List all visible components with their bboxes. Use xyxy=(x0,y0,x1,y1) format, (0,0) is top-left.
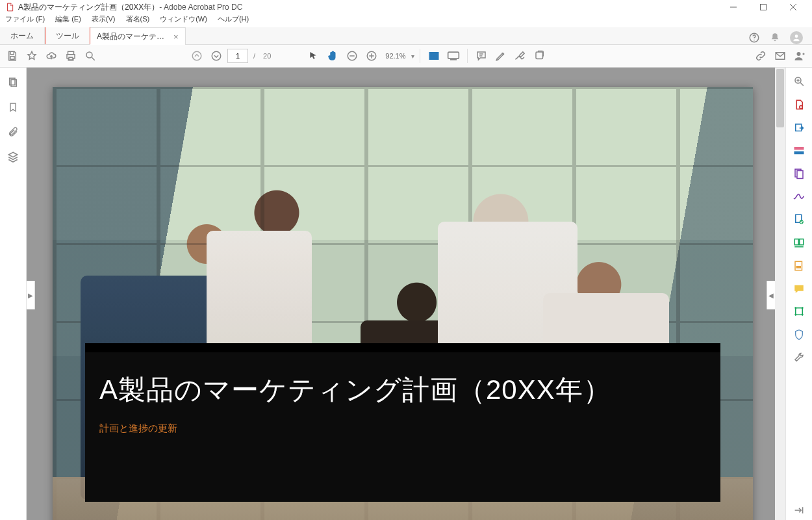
tool-request-signatures-icon[interactable] xyxy=(793,213,805,225)
stamp-icon[interactable] xyxy=(531,47,548,64)
tab-bar: ホーム ツール A製品のマーケティング... × xyxy=(0,27,812,45)
right-tools-panel xyxy=(785,68,812,520)
account-avatar-icon[interactable] xyxy=(790,31,803,44)
signature-pen-icon[interactable] xyxy=(512,47,529,64)
email-icon[interactable] xyxy=(772,47,789,64)
menu-help[interactable]: ヘルプ(H) xyxy=(214,14,253,26)
pdf-page: A製品のマーケティング計画（20XX年） 計画と進捗の更新 xyxy=(53,87,753,520)
tab-home[interactable]: ホーム xyxy=(0,27,45,44)
collapse-right-panel-icon[interactable] xyxy=(794,506,804,515)
menu-sign[interactable]: 署名(S) xyxy=(122,14,154,26)
slide-title: A製品のマーケティング計画（20XX年） xyxy=(99,372,706,408)
tool-redact-icon[interactable] xyxy=(793,260,805,272)
read-mode-icon[interactable] xyxy=(445,47,462,64)
highlight-pen-icon[interactable] xyxy=(492,47,509,64)
svg-line-30 xyxy=(800,83,804,86)
help-icon[interactable] xyxy=(748,32,760,44)
thumbnails-icon[interactable] xyxy=(7,77,19,88)
main-toolbar: / 20 92.1% ▾ xyxy=(0,45,812,68)
svg-rect-7 xyxy=(10,57,14,60)
tool-protect-shield-icon[interactable] xyxy=(794,329,804,341)
tool-fill-sign-icon[interactable] xyxy=(793,191,806,202)
comment-icon[interactable] xyxy=(473,47,490,64)
zoom-value-label: 92.1% xyxy=(385,52,405,60)
svg-rect-9 xyxy=(69,57,73,60)
svg-point-13 xyxy=(212,51,221,60)
expand-right-panel-icon[interactable]: ◀ xyxy=(767,281,775,309)
hand-pan-icon[interactable] xyxy=(324,47,341,64)
svg-point-6 xyxy=(795,34,798,38)
save-icon[interactable] xyxy=(4,47,21,64)
tool-sticky-note-icon[interactable] xyxy=(793,283,805,294)
svg-point-10 xyxy=(86,52,92,58)
page-up-icon[interactable] xyxy=(188,47,205,64)
tab-document-close-icon[interactable]: × xyxy=(173,32,179,41)
tab-document-label: A製品のマーケティング... xyxy=(97,31,168,42)
menu-view[interactable]: 表示(V) xyxy=(88,14,120,26)
tab-tools[interactable]: ツール xyxy=(45,27,90,44)
tab-document[interactable]: A製品のマーケティング... × xyxy=(90,27,186,45)
fit-width-icon[interactable] xyxy=(425,47,442,64)
menu-edit[interactable]: 編集 (E) xyxy=(51,14,85,26)
window-maximize-button[interactable] xyxy=(748,0,778,14)
page-total-label: 20 xyxy=(263,52,271,60)
tool-more-tools-icon[interactable] xyxy=(793,352,805,364)
svg-point-12 xyxy=(192,51,201,60)
layers-icon[interactable] xyxy=(7,151,19,162)
svg-rect-1 xyxy=(761,5,767,10)
svg-rect-20 xyxy=(448,52,459,58)
svg-rect-41 xyxy=(794,239,798,245)
notifications-bell-icon[interactable] xyxy=(769,32,781,44)
document-viewer[interactable]: ▶ ◀ A製品のマーケティング計画（20XX年） 計画と進捗の更新 xyxy=(27,68,785,520)
title-bar: A製品のマーケティング計画（20XX年） - Adobe Acrobat Pro… xyxy=(0,0,812,14)
svg-point-26 xyxy=(797,52,801,56)
tool-edit-pdf-icon[interactable] xyxy=(793,146,805,156)
find-search-icon[interactable] xyxy=(82,47,99,64)
link-share-icon[interactable] xyxy=(752,47,769,64)
left-nav-panel xyxy=(0,68,27,520)
tool-compare-files-icon[interactable] xyxy=(793,237,805,248)
window-close-button[interactable] xyxy=(778,0,808,14)
workspace: ▶ ◀ A製品のマーケティング計画（20XX年） 計画と進捗の更新 xyxy=(0,68,812,520)
slide-title-block: A製品のマーケティング計画（20XX年） 計画と進捗の更新 xyxy=(85,347,720,502)
zoom-in-icon[interactable] xyxy=(363,47,380,64)
window-minimize-button[interactable] xyxy=(718,0,748,14)
attachments-clip-icon[interactable] xyxy=(8,126,18,138)
svg-rect-36 xyxy=(794,151,804,155)
selection-arrow-icon[interactable] xyxy=(305,47,322,64)
pdf-file-icon xyxy=(5,3,14,12)
menu-window[interactable]: ウィンドウ(W) xyxy=(156,14,211,26)
svg-point-5 xyxy=(754,40,755,41)
star-favorite-icon[interactable] xyxy=(23,47,40,64)
zoom-dropdown-icon[interactable]: ▾ xyxy=(411,53,414,60)
window-title-doc: A製品のマーケティング計画（20XX年） xyxy=(18,2,159,13)
bookmark-ribbon-icon[interactable] xyxy=(8,101,18,113)
zoom-out-icon[interactable] xyxy=(344,47,361,64)
svg-rect-35 xyxy=(794,147,804,150)
tool-search-icon[interactable] xyxy=(793,75,805,87)
svg-rect-24 xyxy=(536,52,543,59)
window-title-app: - Adobe Acrobat Pro DC xyxy=(159,3,242,12)
tool-print-production-icon[interactable] xyxy=(793,306,805,317)
add-reviewer-icon[interactable] xyxy=(791,47,808,64)
svg-rect-38 xyxy=(797,171,803,179)
scrollbar-thumb[interactable] xyxy=(776,69,784,127)
page-number-input[interactable] xyxy=(227,49,248,63)
svg-rect-45 xyxy=(796,308,803,315)
expand-left-panel-icon[interactable]: ▶ xyxy=(27,281,35,309)
menu-bar: ファイル (F) 編集 (E) 表示(V) 署名(S) ウィンドウ(W) ヘルプ… xyxy=(0,14,812,27)
page-sep-label: / xyxy=(253,52,255,60)
tool-export-pdf-icon[interactable] xyxy=(793,122,805,134)
tool-organize-pages-icon[interactable] xyxy=(793,168,805,179)
menu-file[interactable]: ファイル (F) xyxy=(1,14,49,26)
print-icon[interactable] xyxy=(62,47,79,64)
tool-create-pdf-icon[interactable] xyxy=(793,99,805,110)
vertical-scrollbar[interactable] xyxy=(775,68,785,520)
page-down-icon[interactable] xyxy=(208,47,225,64)
svg-rect-44 xyxy=(796,266,800,268)
svg-line-11 xyxy=(92,57,95,60)
svg-rect-42 xyxy=(800,239,804,245)
slide-subtitle: 計画と進捗の更新 xyxy=(99,422,706,435)
cloud-share-icon[interactable] xyxy=(43,47,60,64)
